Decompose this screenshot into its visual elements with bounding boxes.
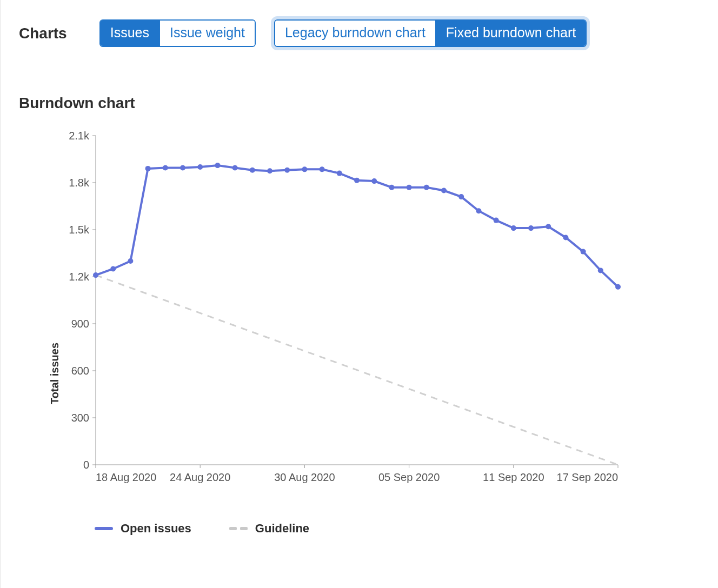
data-point bbox=[598, 268, 603, 273]
data-point bbox=[546, 224, 551, 229]
y-tick-label: 1.5k bbox=[69, 224, 90, 236]
charts-header-row: Charts Issues Issue weight Legacy burndo… bbox=[19, 19, 718, 47]
toggle-legacy-burndown[interactable]: Legacy burndown chart bbox=[275, 21, 435, 46]
data-point bbox=[511, 225, 516, 231]
legend-swatch-dash-icon bbox=[229, 527, 248, 530]
charts-label: Charts bbox=[19, 25, 67, 42]
x-tick-label: 17 Sep 2020 bbox=[557, 471, 618, 483]
y-tick-label: 900 bbox=[71, 318, 89, 330]
chart-type-toggle-group: Legacy burndown chart Fixed burndown cha… bbox=[274, 19, 587, 47]
data-point bbox=[476, 208, 481, 213]
y-tick-label: 1.8k bbox=[69, 177, 90, 189]
data-point bbox=[615, 284, 621, 290]
y-tick-label: 600 bbox=[71, 365, 89, 377]
data-point bbox=[250, 168, 255, 173]
page: Charts Issues Issue weight Legacy burndo… bbox=[0, 0, 718, 588]
data-point bbox=[389, 185, 394, 190]
guideline-series bbox=[96, 275, 618, 465]
legend-item-guideline: Guideline bbox=[229, 522, 309, 536]
toggle-issue-weight[interactable]: Issue weight bbox=[159, 21, 255, 46]
burndown-chart: Total issues 03006009001.2k1.5k1.8k2.1k1… bbox=[19, 127, 718, 505]
data-point bbox=[337, 171, 342, 176]
data-point bbox=[128, 258, 133, 264]
y-tick-label: 0 bbox=[83, 459, 89, 471]
legend-label-guideline: Guideline bbox=[255, 522, 309, 536]
chart-svg: 03006009001.2k1.5k1.8k2.1k18 Aug 202024 … bbox=[19, 127, 646, 505]
data-point bbox=[441, 188, 447, 193]
data-point bbox=[284, 168, 290, 173]
data-point bbox=[563, 235, 568, 240]
x-tick-label: 30 Aug 2020 bbox=[274, 471, 335, 483]
x-tick-label: 11 Sep 2020 bbox=[483, 471, 544, 483]
data-point bbox=[197, 164, 203, 170]
x-tick-label: 05 Sep 2020 bbox=[378, 471, 440, 483]
y-axis-title: Total issues bbox=[49, 343, 61, 404]
data-point bbox=[93, 272, 98, 278]
data-point bbox=[407, 185, 412, 190]
data-point bbox=[302, 166, 307, 172]
data-point bbox=[581, 249, 586, 255]
legend-swatch-solid-icon bbox=[95, 527, 113, 530]
data-point bbox=[215, 163, 220, 168]
chart-title: Burndown chart bbox=[19, 95, 718, 112]
y-tick-label: 1.2k bbox=[69, 271, 90, 283]
data-point bbox=[180, 165, 185, 170]
data-point bbox=[232, 165, 238, 170]
y-tick-label: 300 bbox=[71, 412, 89, 424]
data-point bbox=[145, 166, 151, 171]
legend-item-open-issues: Open issues bbox=[95, 522, 191, 536]
data-point bbox=[267, 168, 272, 173]
data-point bbox=[494, 218, 499, 223]
open-issues-series bbox=[96, 165, 618, 287]
data-point bbox=[528, 225, 534, 231]
chart-legend: Open issues Guideline bbox=[95, 522, 718, 536]
x-tick-label: 18 Aug 2020 bbox=[96, 471, 156, 483]
data-point bbox=[354, 178, 360, 183]
data-point bbox=[163, 165, 168, 170]
y-tick-label: 2.1k bbox=[69, 130, 90, 142]
metric-toggle-group: Issues Issue weight bbox=[99, 19, 256, 47]
data-point bbox=[110, 266, 116, 272]
x-tick-label: 24 Aug 2020 bbox=[170, 471, 230, 483]
data-point bbox=[371, 178, 377, 184]
data-point bbox=[458, 194, 464, 199]
data-point bbox=[424, 185, 429, 190]
toggle-issues[interactable]: Issues bbox=[101, 21, 159, 46]
data-point bbox=[320, 166, 325, 172]
legend-label-open: Open issues bbox=[121, 522, 191, 536]
toggle-fixed-burndown[interactable]: Fixed burndown chart bbox=[435, 21, 586, 46]
